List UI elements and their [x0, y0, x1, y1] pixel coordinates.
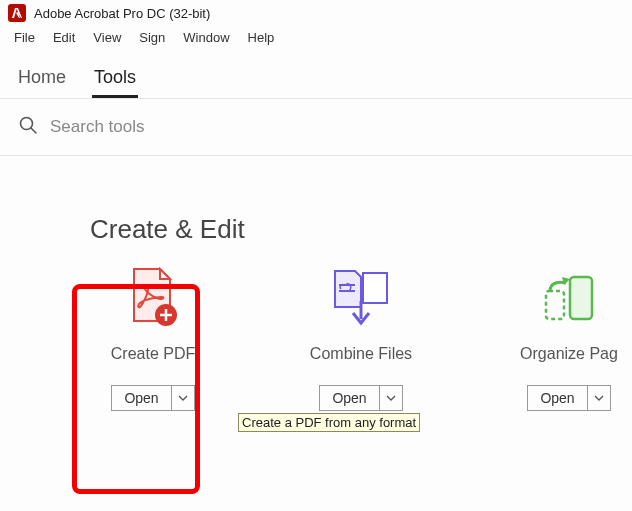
cards-row: Create PDF Open Combine Files Open: [0, 261, 632, 411]
open-caret-organize[interactable]: [588, 385, 611, 411]
card-create-label: Create PDF: [111, 345, 195, 363]
open-group-combine: Open: [319, 385, 402, 411]
search-input[interactable]: [50, 117, 450, 137]
menu-file[interactable]: File: [6, 28, 43, 47]
menu-sign[interactable]: Sign: [131, 28, 173, 47]
searchbar: [0, 99, 632, 156]
svg-line-2: [31, 128, 36, 133]
card-organize-pages[interactable]: Organize Pag Open: [506, 261, 632, 411]
titlebar: Adobe Acrobat Pro DC (32-bit): [0, 0, 632, 24]
organize-pages-icon: [540, 261, 598, 333]
menu-edit[interactable]: Edit: [45, 28, 83, 47]
menu-view[interactable]: View: [85, 28, 129, 47]
open-caret-combine[interactable]: [380, 385, 403, 411]
menu-help[interactable]: Help: [240, 28, 283, 47]
combine-files-icon: [329, 261, 393, 333]
app-icon: [8, 4, 26, 22]
card-create-pdf[interactable]: Create PDF Open: [90, 261, 216, 411]
open-button-combine[interactable]: Open: [319, 385, 379, 411]
tab-home[interactable]: Home: [16, 61, 68, 98]
svg-rect-10: [570, 277, 592, 319]
svg-rect-11: [546, 291, 564, 319]
card-combine-files[interactable]: Combine Files Open: [298, 261, 424, 411]
tooltip: Create a PDF from any format: [238, 413, 420, 432]
svg-rect-8: [363, 273, 387, 303]
tabbar: Home Tools: [0, 53, 632, 99]
open-caret-create[interactable]: [172, 385, 195, 411]
open-group-organize: Open: [527, 385, 610, 411]
card-organize-label: Organize Pag: [520, 345, 618, 363]
section-title: Create & Edit: [0, 156, 632, 261]
open-button-create[interactable]: Open: [111, 385, 171, 411]
open-group-create: Open: [111, 385, 194, 411]
menubar: File Edit View Sign Window Help: [0, 24, 632, 53]
create-pdf-icon: [126, 261, 180, 333]
open-button-organize[interactable]: Open: [527, 385, 587, 411]
menu-window[interactable]: Window: [175, 28, 237, 47]
card-combine-label: Combine Files: [310, 345, 412, 363]
tab-tools[interactable]: Tools: [92, 61, 138, 98]
app-title: Adobe Acrobat Pro DC (32-bit): [34, 6, 210, 21]
search-icon: [18, 115, 38, 139]
